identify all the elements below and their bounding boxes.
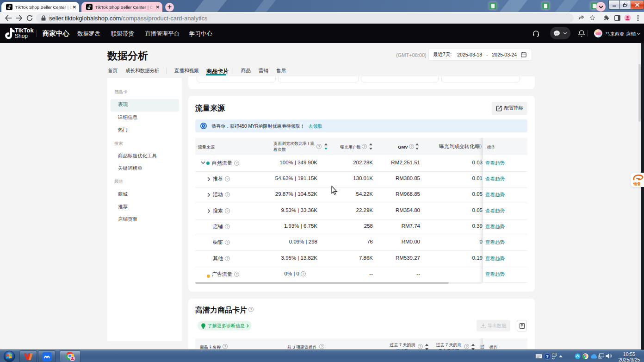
svg-text:?: ? bbox=[546, 354, 549, 359]
